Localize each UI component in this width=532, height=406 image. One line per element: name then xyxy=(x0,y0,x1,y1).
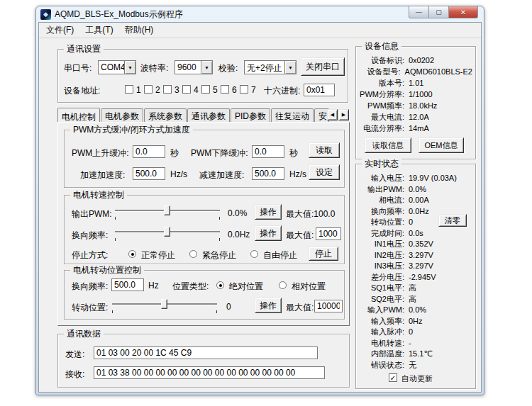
baud-value: 9600 xyxy=(175,61,201,74)
radio-free-stop[interactable] xyxy=(250,250,258,258)
baud-select[interactable]: 9600 ▼ xyxy=(174,60,213,74)
auto-update-checkbox[interactable]: ✓ xyxy=(389,373,397,382)
status-row: 相电流:0.00A xyxy=(359,195,472,206)
addr-label-2: 2 xyxy=(155,85,160,95)
parity-label: 校验: xyxy=(218,62,238,74)
status-row: 完成时间:0.0s xyxy=(359,228,472,239)
tab-scroll-right-icon[interactable]: ▶ xyxy=(338,109,349,120)
pwm-max-label: 最大值:100.0 xyxy=(286,208,335,220)
read-info-button[interactable]: 读取信息 xyxy=(365,137,411,153)
read-button[interactable]: 读取 xyxy=(309,142,340,158)
output-pwm-slider[interactable] xyxy=(114,205,221,220)
parity-select[interactable]: 无+2停止 ▼ xyxy=(244,60,297,74)
status-row: IN3电压:3.297V xyxy=(359,261,472,272)
oem-info-button[interactable]: OEM信息 xyxy=(419,137,464,153)
maximize-button[interactable]: ▢ xyxy=(429,6,448,18)
comm-settings-title: 通讯设置 xyxy=(64,44,104,55)
status-row: 输入频率:0Hz xyxy=(359,316,472,327)
tab-strip: 电机控制 电机参数 系统参数 通讯参数 PID参数 往复运动 安 xyxy=(57,107,350,122)
rotate-position-slider[interactable] xyxy=(111,298,218,313)
operate-position-button[interactable]: 操作 xyxy=(255,298,282,313)
radio-emergency-stop[interactable] xyxy=(189,250,197,258)
status-row: IN1电压:0.352V xyxy=(359,239,472,250)
addr-checkbox-6[interactable] xyxy=(221,85,229,94)
chevron-down-icon[interactable]: ▼ xyxy=(201,61,212,74)
radio-relative-position[interactable] xyxy=(279,281,287,289)
tab-reciprocate[interactable]: 往复运动 xyxy=(271,108,314,122)
tab-page-motor-control: PWM方式缓冲/闭环方式加速度 PWM上升缓冲: 秒 PWM下降缓冲: 秒 读取… xyxy=(57,122,350,326)
close-button[interactable]: ✕ xyxy=(448,6,478,18)
realtime-status-title: 实时状态 xyxy=(362,159,401,169)
tab-system-params[interactable]: 系统参数 xyxy=(144,108,187,122)
emergency-stop-label: 紧急停止 xyxy=(202,249,236,261)
accel-label: 加速加速度: xyxy=(80,169,125,181)
status-row: 差分电压:-2.945V xyxy=(359,272,472,283)
set-button[interactable]: 设定 xyxy=(309,164,340,180)
addr-label-5: 5 xyxy=(213,85,218,95)
speed-control-title: 电机转速控制 xyxy=(70,190,127,201)
addr-checkbox-7[interactable] xyxy=(240,85,248,94)
operate-freq-button[interactable]: 操作 xyxy=(255,225,282,241)
titlebar[interactable]: ◆ AQMD_BLS-Ex_Modbus示例程序 — ▢ ✕ xyxy=(36,6,484,22)
device-row: 版本号:1.01 xyxy=(359,78,472,89)
chevron-down-icon[interactable]: ▼ xyxy=(284,61,296,74)
pwm-rise-unit: 秒 xyxy=(170,147,179,159)
pos-freq-input[interactable] xyxy=(111,278,144,291)
menu-file[interactable]: 文件(F) xyxy=(40,22,79,38)
addr-label-4: 4 xyxy=(194,85,199,95)
pwm-fall-unit: 秒 xyxy=(289,147,298,159)
menu-tools[interactable]: 工具(T) xyxy=(79,22,118,38)
device-info-title: 设备信息 xyxy=(362,41,401,52)
close-serial-button[interactable]: 关闭串口 xyxy=(301,57,345,76)
comm-data-title: 通讯数据 xyxy=(64,329,104,339)
pwm-rise-input[interactable] xyxy=(133,145,165,158)
speed-control-group: 电机转速控制 输出PWM: 0.0% 操作 最大值:100.0 换向频率: 0.… xyxy=(64,195,345,264)
device-row: 电流分辨率:14mA xyxy=(359,123,472,135)
auto-update-label: 自动更新 xyxy=(401,373,433,384)
decel-unit: Hz/s xyxy=(289,169,306,179)
device-row: PWM分辨率:1/1000 xyxy=(359,89,472,101)
chevron-down-icon[interactable]: ▼ xyxy=(124,61,135,74)
device-info-rows: 设备标识:0x0202 设备型号:AQMD6010BLS-E2 版本号:1.01… xyxy=(359,55,472,135)
status-row: 内部温度:15.1℃ xyxy=(359,349,472,360)
pos-type-label: 位置类型: xyxy=(172,281,209,293)
client-area: 文件(F) 工具(T) 帮助(H) 通讯设置 串口号: COM4 ▼ 波特率: … xyxy=(38,22,482,393)
tab-pid-params[interactable]: PID参数 xyxy=(231,108,270,122)
minimize-button[interactable]: — xyxy=(409,6,429,18)
hex-address-input[interactable] xyxy=(304,84,335,96)
content: 通讯设置 串口号: COM4 ▼ 波特率: 9600 ▼ 校验: 无+2停止 ▼… xyxy=(39,39,481,392)
tab-motor-params[interactable]: 电机参数 xyxy=(101,108,143,122)
addr-checkbox-3[interactable] xyxy=(163,85,172,94)
radio-absolute-position[interactable] xyxy=(216,281,224,289)
device-info-group: 设备信息 设备标识:0x0202 设备型号:AQMD6010BLS-E2 版本号… xyxy=(355,46,476,159)
pos-max-input[interactable] xyxy=(314,300,343,312)
stop-button[interactable]: 停止 xyxy=(309,247,338,261)
commutate-freq-slider[interactable] xyxy=(114,226,221,241)
commutate-freq-readout: 0.0Hz xyxy=(228,230,250,239)
status-rows: 输入电压:19.9V (0.03A) 输出PWM:0.0% 相电流:0.00A … xyxy=(359,173,472,371)
port-select[interactable]: COM4 ▼ xyxy=(98,60,136,74)
clear-position-button[interactable]: 清零 xyxy=(438,214,467,227)
addr-checkbox-5[interactable] xyxy=(201,85,210,94)
operate-pwm-button[interactable]: 操作 xyxy=(255,204,282,220)
close-icon: ✕ xyxy=(460,9,466,16)
pwm-fall-input[interactable] xyxy=(252,145,284,158)
tab-comm-params[interactable]: 通讯参数 xyxy=(187,108,230,122)
menu-help[interactable]: 帮助(H) xyxy=(119,22,160,38)
radio-normal-stop[interactable] xyxy=(128,250,136,258)
freq-max-input[interactable] xyxy=(316,227,341,240)
status-row: 输入电压:19.9V (0.03A) xyxy=(359,173,472,184)
addr-checkbox-4[interactable] xyxy=(182,85,191,94)
status-row: SQ2电平:高 xyxy=(359,294,472,305)
addr-checkbox-1[interactable] xyxy=(125,85,133,94)
tab-scroll-left-icon[interactable]: ◀ xyxy=(327,109,338,120)
port-label: 串口号: xyxy=(64,62,92,74)
receive-data-input[interactable] xyxy=(94,366,325,379)
status-row: IN2电压:3.297V xyxy=(359,250,472,261)
send-data-input[interactable] xyxy=(94,346,318,359)
tab-motor-control[interactable]: 电机控制 xyxy=(57,108,100,122)
decel-input[interactable] xyxy=(252,167,284,180)
accel-input[interactable] xyxy=(133,167,165,180)
addr-checkbox-2[interactable] xyxy=(144,85,153,94)
status-row: 输入PWM:0.0% xyxy=(359,305,472,316)
